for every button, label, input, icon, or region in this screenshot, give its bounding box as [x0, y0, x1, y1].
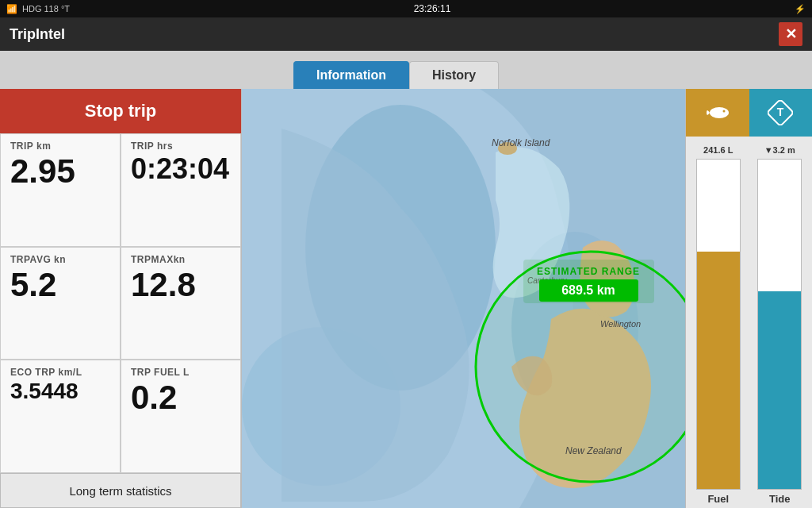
- tide-value: ▼3.2 m: [764, 143, 795, 157]
- tide-icon-button[interactable]: T: [749, 89, 813, 137]
- stop-trip-button[interactable]: Stop trip: [0, 89, 241, 133]
- stat-value-trip-km: 2.95: [10, 153, 110, 190]
- status-heading: HDG 118 °T: [22, 4, 70, 13]
- svg-point-15: [722, 110, 725, 113]
- content-area: Stop trip TRIP km 2.95 TRIP hrs 0:23:04 …: [0, 89, 812, 508]
- stat-trip-km: TRIP km 2.95: [0, 133, 121, 247]
- stat-value-trp-fuel: 0.2: [131, 379, 231, 416]
- status-left: 📶 HDG 118 °T: [6, 4, 70, 14]
- fuel-label: Fuel: [707, 493, 729, 505]
- long-term-statistics-button[interactable]: Long term statistics: [0, 473, 241, 508]
- tide-bar-fill: [758, 291, 801, 489]
- svg-text:ESTIMATED RANGE: ESTIMATED RANGE: [537, 266, 640, 277]
- svg-text:Wellington: Wellington: [600, 319, 641, 329]
- close-button[interactable]: ✕: [779, 22, 802, 46]
- svg-text:T: T: [777, 106, 784, 118]
- signal-icon: 📶: [6, 4, 17, 14]
- fish-icon: [705, 103, 730, 122]
- left-panel: Stop trip TRIP km 2.95 TRIP hrs 0:23:04 …: [0, 89, 242, 508]
- fuel-gauge: 241.6 L Fuel: [689, 143, 748, 505]
- app-title: TripIntel: [10, 26, 65, 43]
- tab-information[interactable]: Information: [293, 61, 409, 89]
- tide-label: Tide: [769, 493, 791, 505]
- stat-label-trpmax: TRPMAXkn: [131, 254, 231, 265]
- stat-value-trpavg: 5.2: [10, 267, 110, 303]
- stat-trip-hrs: TRIP hrs 0:23:04: [121, 133, 241, 247]
- svg-text:New Zealand: New Zealand: [565, 445, 622, 456]
- tab-bar: Information History: [0, 51, 812, 89]
- main-window: TripIntel ✕ Information History Stop tri…: [0, 17, 812, 508]
- stats-grid: TRIP km 2.95 TRIP hrs 0:23:04 TRPAVG kn …: [0, 133, 241, 473]
- map-svg: Norfolk Island Wellington New Zealand Ca…: [242, 89, 685, 508]
- svg-point-14: [710, 107, 729, 118]
- title-bar: TripIntel ✕: [0, 17, 812, 51]
- gauges-row: 241.6 L Fuel ▼3.2 m Tide: [686, 137, 812, 508]
- tide-diamond-icon: T: [768, 100, 793, 125]
- stat-trp-fuel: TRP FUEL L 0.2: [121, 360, 241, 473]
- instrument-icons: T: [686, 89, 812, 137]
- svg-text:Norfolk Island: Norfolk Island: [492, 137, 550, 148]
- fuel-amount: 241.6 L: [703, 143, 733, 157]
- stat-trpavg: TRPAVG kn 5.2: [0, 247, 121, 360]
- stat-label-trp-fuel: TRP FUEL L: [131, 367, 231, 378]
- stat-value-trip-hrs: 0:23:04: [131, 153, 231, 185]
- fuel-bar-wrapper: [696, 159, 741, 490]
- stat-label-trpavg: TRPAVG kn: [10, 254, 110, 265]
- stat-value-trpmax: 12.8: [131, 267, 231, 303]
- stat-eco-trp: ECO TRP km/L 3.5448: [0, 360, 121, 473]
- right-panel: T 241.6 L Fuel ▼3.2 m: [685, 89, 812, 508]
- stat-value-eco-trp: 3.5448: [10, 379, 110, 404]
- fuel-icon-button[interactable]: [686, 89, 749, 137]
- status-time: 23:26:11: [414, 3, 451, 14]
- stat-label-trip-km: TRIP km: [10, 140, 110, 152]
- svg-text:689.5 km: 689.5 km: [561, 283, 615, 297]
- status-bar: 📶 HDG 118 °T 23:26:11 ⚡: [0, 0, 812, 17]
- status-right-icon: ⚡: [795, 4, 806, 14]
- stat-label-trip-hrs: TRIP hrs: [131, 140, 231, 152]
- map-area[interactable]: Norfolk Island Wellington New Zealand Ca…: [242, 89, 685, 508]
- fuel-bar-fill: [697, 252, 740, 489]
- tide-bar-wrapper: [757, 159, 802, 490]
- stat-trpmax: TRPMAXkn 12.8: [121, 247, 241, 360]
- tide-gauge: ▼3.2 m Tide: [751, 143, 810, 505]
- stat-label-eco-trp: ECO TRP km/L: [10, 367, 110, 378]
- tab-history[interactable]: History: [409, 61, 499, 89]
